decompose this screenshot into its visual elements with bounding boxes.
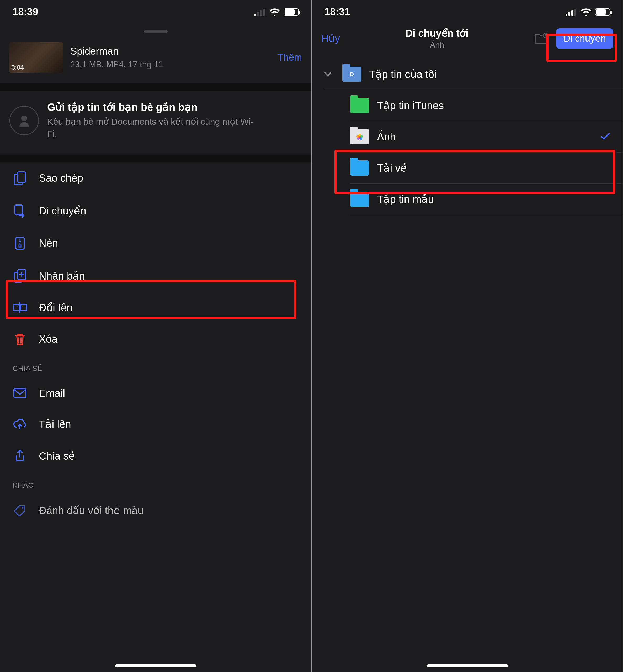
svg-rect-3: [263, 9, 265, 16]
video-thumbnail[interactable]: 3:04: [9, 42, 63, 73]
action-label: Sao chép: [39, 172, 83, 184]
battery-icon: [284, 8, 299, 16]
nav-bar: Hủy Di chuyển tới Ảnh Di chuyển: [312, 20, 623, 56]
share-icon: [12, 449, 27, 463]
cancel-button[interactable]: Hủy: [321, 33, 340, 45]
action-delete[interactable]: Xóa: [0, 323, 312, 355]
svg-point-15: [22, 507, 23, 509]
new-folder-icon[interactable]: [534, 33, 548, 45]
folder-green-icon: [350, 98, 369, 113]
action-label: Đánh dấu với thẻ màu: [39, 505, 144, 516]
cellular-icon: [254, 8, 266, 16]
svg-rect-19: [574, 9, 576, 16]
move-icon: [12, 204, 27, 218]
folder-photos-icon: [350, 129, 369, 144]
home-indicator[interactable]: [115, 664, 197, 667]
svg-rect-16: [566, 13, 567, 16]
action-sheet: 3:04 Spiderman 23,1 MB, MP4, 17 thg 11 T…: [0, 30, 312, 526]
svg-rect-0: [254, 13, 256, 16]
actions-list: Sao chép Di chuyển Nén: [0, 162, 312, 526]
nav-subtitle: Ảnh: [406, 40, 469, 49]
folder-label: Ảnh: [377, 131, 396, 143]
wifi-icon: [581, 8, 591, 16]
nav-title: Di chuyển tới: [406, 28, 469, 39]
svg-point-24: [360, 137, 362, 140]
chevron-down-icon: [324, 72, 334, 77]
action-label: Chia sẻ: [39, 450, 75, 462]
file-header: 3:04 Spiderman 23,1 MB, MP4, 17 thg 11 T…: [0, 37, 312, 83]
cloud-upload-icon: [12, 418, 27, 430]
status-bar: 18:31: [312, 0, 623, 20]
duplicate-icon: [12, 269, 27, 283]
action-move[interactable]: Di chuyển: [0, 195, 312, 227]
status-icons: [254, 8, 299, 16]
action-label: Tải lên: [39, 418, 71, 430]
action-label: Email: [39, 388, 65, 399]
svg-rect-11: [13, 305, 19, 311]
svg-rect-2: [260, 10, 262, 16]
folder-label: Tập tin của tôi: [369, 68, 437, 80]
svg-point-26: [356, 135, 359, 138]
action-share[interactable]: Chia sẻ: [0, 440, 312, 472]
wifi-icon: [269, 8, 280, 16]
svg-rect-17: [568, 12, 570, 16]
video-duration: 3:04: [11, 64, 24, 71]
action-label: Nén: [39, 237, 58, 249]
share-nearby-card[interactable]: Gửi tập tin tới bạn bè gần bạn Kêu bạn b…: [0, 90, 312, 155]
svg-point-4: [21, 115, 27, 121]
folder-label: Tập tin iTunes: [377, 100, 444, 112]
action-upload[interactable]: Tải lên: [0, 409, 312, 440]
nav-title-group: Di chuyển tới Ảnh: [406, 28, 469, 49]
clock: 18:39: [12, 6, 38, 18]
action-email[interactable]: Email: [0, 378, 312, 409]
home-indicator[interactable]: [427, 664, 508, 667]
section-other-label: KHÁC: [0, 472, 312, 495]
trash-icon: [12, 333, 27, 346]
phone-left-actions-sheet: 18:39 3:04 Spiderman 23,1 MB, MP4, 17 th…: [0, 0, 312, 672]
folder-label: Tập tin mẫu: [377, 193, 434, 205]
action-compress[interactable]: Nén: [0, 227, 312, 260]
rename-icon: [12, 302, 27, 313]
action-tag[interactable]: Đánh dấu với thẻ màu: [0, 495, 312, 526]
move-button[interactable]: Di chuyển: [556, 28, 613, 49]
share-nearby-subtitle: Kêu bạn bè mở Documents và kết nối cùng …: [47, 116, 262, 140]
tree-item-downloads[interactable]: Tải về: [312, 152, 623, 184]
folder-tree: D Tập tin của tôi Tập tin iTunes Ảnh: [312, 56, 623, 215]
more-button[interactable]: Thêm: [278, 52, 302, 63]
sheet-handle[interactable]: [144, 30, 168, 33]
file-subtitle: 23,1 MB, MP4, 17 thg 11: [70, 60, 270, 69]
svg-rect-7: [15, 205, 22, 215]
tree-item-itunes[interactable]: Tập tin iTunes: [312, 90, 623, 121]
svg-rect-14: [14, 389, 26, 398]
share-nearby-title: Gửi tập tin tới bạn bè gần bạn: [47, 101, 262, 113]
folder-blue-icon: [350, 160, 369, 176]
action-label: Di chuyển: [39, 205, 86, 217]
zip-icon: [12, 236, 27, 250]
section-share-label: CHIA SẺ: [0, 355, 312, 378]
tree-item-samples[interactable]: Tập tin mẫu: [312, 184, 623, 215]
cellular-icon: [566, 8, 577, 16]
action-label: Đổi tên: [39, 302, 73, 314]
folder-label: Tải về: [377, 162, 407, 174]
status-bar: 18:39: [0, 0, 312, 20]
svg-rect-12: [21, 305, 27, 311]
avatar-placeholder-icon: [9, 106, 39, 135]
action-label: Xóa: [39, 333, 57, 345]
tag-icon: [12, 504, 27, 517]
svg-rect-18: [571, 10, 573, 16]
folder-blue-icon: [350, 192, 369, 207]
action-duplicate[interactable]: Nhân bản: [0, 260, 312, 292]
action-rename[interactable]: Đổi tên: [0, 292, 312, 323]
svg-rect-6: [18, 172, 25, 183]
clock: 18:31: [325, 6, 350, 18]
tree-root-my-files[interactable]: D Tập tin của tôi: [312, 59, 623, 90]
action-copy[interactable]: Sao chép: [0, 162, 312, 195]
email-icon: [12, 388, 27, 398]
action-label: Nhân bản: [39, 270, 85, 282]
folder-icon: D: [342, 67, 361, 82]
tree-item-photos[interactable]: Ảnh: [312, 121, 623, 152]
svg-rect-1: [257, 12, 259, 16]
checkmark-icon: [601, 133, 610, 140]
file-title: Spiderman: [70, 46, 270, 57]
phone-right-move-destination: 18:31 Hủy Di chuyển tới Ảnh Di chuyển: [312, 0, 623, 672]
